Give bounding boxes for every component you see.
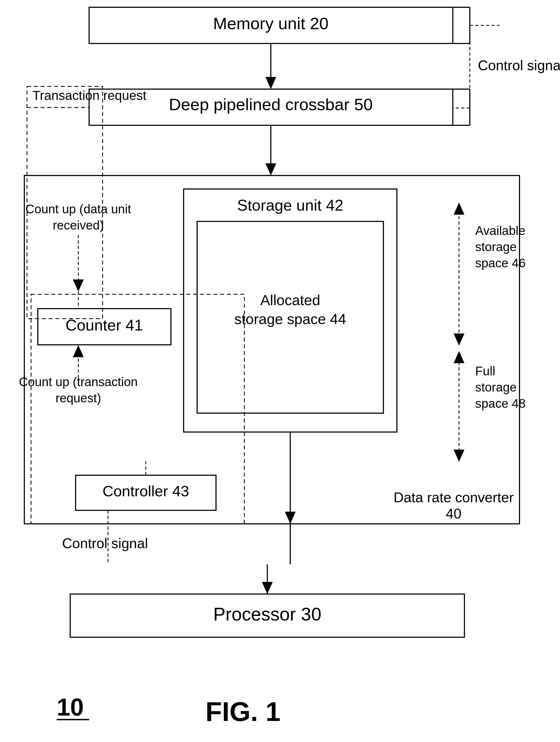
storage-unit-label: Storage unit 42 — [237, 196, 343, 214]
full-storage-label: Full — [475, 364, 495, 378]
svg-text:space 46: space 46 — [475, 256, 526, 270]
allocated-storage-label: Allocated — [260, 292, 320, 308]
crossbar-label: Deep pipelined crossbar 50 — [169, 95, 373, 114]
svg-text:space 48: space 48 — [475, 396, 526, 411]
data-rate-converter-label: Data rate converter — [393, 489, 514, 505]
control-signal-bottom-label: Control signal — [62, 535, 148, 551]
svg-text:storage space 44: storage space 44 — [235, 311, 346, 327]
count-up-data-label: Count up (data unit — [26, 202, 131, 216]
diagram: Memory unit 20 Control signal Deep pipel… — [0, 0, 560, 742]
controller-label: Controller 43 — [103, 482, 189, 499]
svg-text:40: 40 — [446, 506, 461, 521]
svg-marker-48 — [262, 582, 273, 594]
svg-text:received): received) — [53, 218, 104, 232]
control-signal-top-label: Control signal — [478, 57, 560, 73]
reference-number: 10 — [57, 694, 84, 721]
processor-label: Processor 30 — [213, 604, 321, 624]
figure-label: FIG. 1 — [205, 696, 281, 727]
svg-marker-12 — [265, 163, 276, 175]
svg-text:request): request) — [56, 391, 101, 405]
transaction-request-label: Transaction request — [33, 88, 146, 103]
svg-text:storage: storage — [475, 380, 516, 394]
svg-marker-5 — [265, 77, 276, 89]
memory-unit-label: Memory unit 20 — [213, 14, 328, 33]
available-storage-label: Available — [475, 223, 525, 237]
svg-text:storage: storage — [475, 240, 516, 254]
